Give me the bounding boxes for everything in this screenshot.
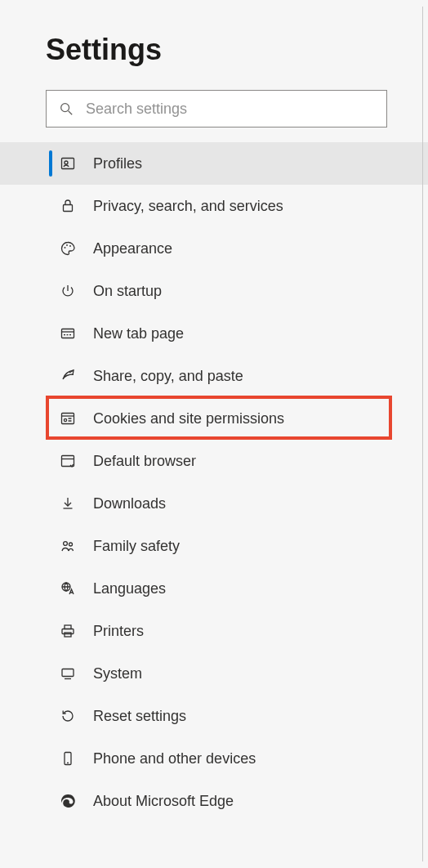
- svg-point-5: [65, 247, 66, 248]
- sidebar-item-label: Privacy, search, and services: [93, 198, 283, 215]
- sidebar-item-label: About Microsoft Edge: [93, 793, 234, 810]
- svg-rect-13: [62, 414, 74, 424]
- sidebar-item-languages[interactable]: Languages: [0, 567, 428, 610]
- browser-icon: [59, 452, 77, 470]
- svg-rect-16: [62, 456, 74, 467]
- download-icon: [59, 494, 77, 512]
- svg-point-0: [61, 104, 69, 112]
- sidebar-item-label: Default browser: [93, 453, 196, 470]
- sidebar-item-default[interactable]: Default browser: [0, 440, 428, 482]
- page-title: Settings: [46, 33, 428, 67]
- svg-rect-25: [62, 669, 74, 677]
- sidebar-item-label: Cookies and site permissions: [93, 410, 284, 427]
- svg-line-1: [69, 111, 73, 115]
- sidebar-item-label: Profiles: [93, 155, 142, 172]
- svg-rect-8: [62, 329, 74, 338]
- svg-point-3: [65, 161, 68, 164]
- new-tab-icon: [59, 324, 77, 342]
- sidebar-item-label: System: [93, 665, 142, 682]
- reset-icon: [59, 707, 77, 725]
- phone-icon: [59, 749, 77, 767]
- sidebar-item-label: Family safety: [93, 538, 180, 555]
- power-icon: [59, 282, 77, 300]
- family-icon: [59, 537, 77, 555]
- share-icon: [59, 367, 77, 385]
- svg-rect-11: [67, 334, 69, 335]
- edge-icon: [59, 792, 77, 810]
- search-input[interactable]: [86, 101, 375, 118]
- sidebar-item-label: Share, copy, and paste: [93, 368, 243, 385]
- settings-nav: ProfilesPrivacy, search, and servicesApp…: [0, 142, 428, 822]
- sidebar-item-family[interactable]: Family safety: [0, 525, 428, 567]
- lock-icon: [59, 197, 77, 215]
- svg-point-20: [69, 543, 73, 546]
- languages-icon: [59, 579, 77, 597]
- svg-rect-4: [64, 205, 73, 212]
- sidebar-item-privacy[interactable]: Privacy, search, and services: [0, 185, 428, 227]
- sidebar-item-phone[interactable]: Phone and other devices: [0, 737, 428, 780]
- svg-point-15: [64, 418, 66, 421]
- printer-icon: [59, 622, 77, 640]
- profile-card-icon: [59, 154, 77, 172]
- sidebar-item-startup[interactable]: On startup: [0, 270, 428, 312]
- sidebar-item-newtab[interactable]: New tab page: [0, 312, 428, 355]
- svg-rect-23: [65, 625, 71, 629]
- sidebar-item-label: New tab page: [93, 325, 184, 342]
- sidebar-item-appearance[interactable]: Appearance: [0, 227, 428, 270]
- search-settings-box[interactable]: [46, 90, 387, 128]
- svg-rect-12: [69, 334, 71, 335]
- svg-point-7: [69, 245, 71, 247]
- sidebar-item-label: Phone and other devices: [93, 750, 256, 767]
- svg-point-19: [64, 542, 68, 546]
- sidebar-item-system[interactable]: System: [0, 652, 428, 695]
- svg-rect-24: [65, 633, 71, 637]
- sidebar-item-label: Languages: [93, 580, 166, 597]
- sidebar-item-label: Downloads: [93, 495, 166, 512]
- sidebar-item-share[interactable]: Share, copy, and paste: [0, 355, 428, 397]
- search-icon: [58, 101, 74, 117]
- sidebar-item-printers[interactable]: Printers: [0, 610, 428, 652]
- sidebar-item-reset[interactable]: Reset settings: [0, 695, 428, 737]
- svg-rect-10: [64, 334, 65, 335]
- sidebar-item-cookies[interactable]: Cookies and site permissions: [0, 397, 428, 440]
- sidebar-item-profiles[interactable]: Profiles: [0, 142, 428, 185]
- sidebar-item-label: Reset settings: [93, 708, 186, 725]
- sidebar-item-label: Printers: [93, 623, 144, 640]
- svg-point-6: [66, 244, 68, 246]
- sidebar-item-label: On startup: [93, 283, 162, 300]
- sidebar-item-downloads[interactable]: Downloads: [0, 482, 428, 525]
- sidebar-item-label: Appearance: [93, 240, 172, 257]
- sidebar-item-about[interactable]: About Microsoft Edge: [0, 780, 428, 822]
- system-icon: [59, 664, 77, 682]
- site-permissions-icon: [59, 409, 77, 427]
- palette-icon: [59, 239, 77, 257]
